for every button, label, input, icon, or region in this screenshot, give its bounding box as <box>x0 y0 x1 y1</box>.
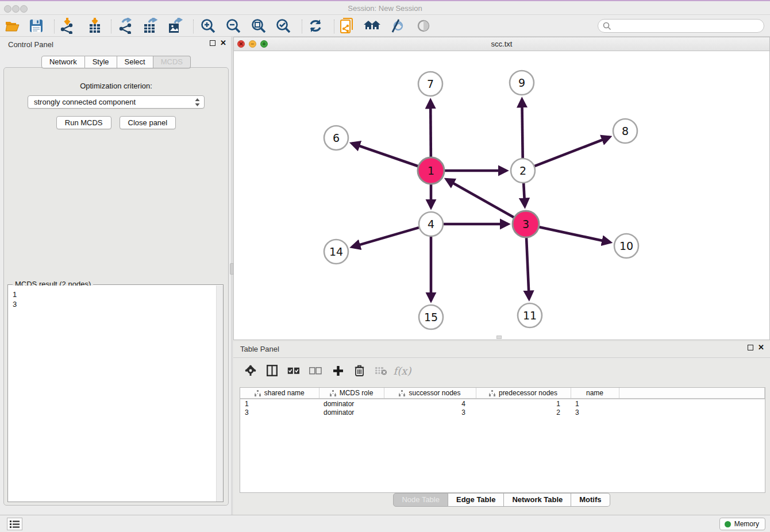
table-toolbar: f(x) <box>233 357 770 383</box>
close-panel-button[interactable]: Close panel <box>120 116 176 129</box>
node-table[interactable]: shared nameMCDS rolesuccessor nodesprede… <box>240 387 765 493</box>
import-table-icon[interactable] <box>85 17 105 35</box>
toolbar-separator <box>111 20 111 33</box>
network-window-title: scc.txt <box>234 40 769 48</box>
export-network-icon[interactable] <box>116 17 135 35</box>
toolbar-separator <box>334 20 334 33</box>
delete-table-icon[interactable] <box>372 362 390 379</box>
export-table-icon[interactable] <box>141 17 160 35</box>
panel-splitter[interactable] <box>231 37 233 515</box>
graph-edge-2-9[interactable] <box>522 99 522 159</box>
graph-edge-1-6[interactable] <box>352 143 418 166</box>
tab-style[interactable]: Style <box>85 56 117 68</box>
graph-edge-3-10[interactable] <box>538 227 610 242</box>
table-panel: Table Panel ✕ f(x) <box>233 341 770 515</box>
network-window-titlebar[interactable]: ✕ − + scc.txt <box>234 37 769 51</box>
toolbar-separator <box>302 20 302 33</box>
criterion-value: strongly connected component <box>34 98 136 106</box>
memory-button[interactable]: Memory <box>719 518 765 530</box>
control-panel-tabs: NetworkStyleSelectMCDS <box>0 56 232 68</box>
hide-glasses-icon[interactable] <box>387 17 407 35</box>
main-toolbar <box>0 15 770 37</box>
table-tab-motifs[interactable]: Motifs <box>571 493 610 507</box>
network-canvas[interactable]: 7968124314101511 <box>234 51 769 340</box>
open-session-icon[interactable] <box>3 17 22 35</box>
chevron-updown-icon <box>194 98 201 107</box>
zoom-selected-icon[interactable] <box>274 17 293 35</box>
node-table-body: 1dominator4113dominator323 <box>240 399 765 417</box>
memory-label: Memory <box>734 520 759 528</box>
column-header-shared-name[interactable]: shared name <box>240 388 319 399</box>
search-input[interactable] <box>598 19 764 33</box>
column-header-predecessor-nodes[interactable]: predecessor nodes <box>476 388 571 399</box>
table-row[interactable]: 3dominator323 <box>240 408 765 417</box>
run-mcds-button[interactable]: Run MCDS <box>56 116 111 129</box>
control-panel: Control Panel ✕ NetworkStyleSelectMCDS O… <box>0 37 232 515</box>
optimization-criterion-label: Optimization criterion: <box>4 82 228 90</box>
tab-network[interactable]: Network <box>41 56 85 68</box>
zoom-fit-icon[interactable] <box>249 17 268 35</box>
toolbar-separator <box>193 20 194 33</box>
toolbar-separator <box>54 20 55 33</box>
save-session-icon[interactable] <box>26 17 46 35</box>
table-mode-icon[interactable] <box>263 362 281 379</box>
refresh-layout-icon[interactable] <box>306 17 325 35</box>
graph-node-label-3: 3 <box>522 218 529 230</box>
add-column-icon[interactable] <box>329 362 347 379</box>
mcds-panel: Optimization criterion: strongly connect… <box>3 67 229 506</box>
column-header-successor-nodes[interactable]: successor nodes <box>384 388 476 399</box>
graph-edge-1-7[interactable] <box>430 101 431 157</box>
criterion-dropdown[interactable]: strongly connected component <box>28 95 205 109</box>
graph-edge-3-1[interactable] <box>446 179 514 217</box>
memory-status-icon <box>725 521 731 527</box>
graph-edge-2-8[interactable] <box>534 137 610 166</box>
zoom-out-icon[interactable] <box>224 17 243 35</box>
close-table-panel-icon[interactable]: ✕ <box>758 345 764 350</box>
float-table-panel-icon[interactable] <box>748 345 753 350</box>
show-eye-icon[interactable] <box>414 17 433 35</box>
table-tab-edge-table[interactable]: Edge Table <box>448 493 504 507</box>
tab-select[interactable]: Select <box>117 56 153 68</box>
unselect-all-columns-icon[interactable] <box>306 362 325 379</box>
graph-node-label-8: 8 <box>622 125 629 137</box>
home-view-icon[interactable] <box>363 17 382 35</box>
table-tab-network-table[interactable]: Network Table <box>504 493 571 507</box>
table-panel-title: Table Panel <box>240 345 279 353</box>
status-bar: Memory <box>0 515 770 532</box>
select-all-columns-icon[interactable] <box>284 362 303 379</box>
table-row[interactable]: 1dominator411 <box>240 399 765 408</box>
graph-node-label-2: 2 <box>519 164 526 177</box>
tab-mcds[interactable]: MCDS <box>153 56 191 68</box>
export-image-icon[interactable] <box>165 17 185 35</box>
column-header-filler <box>619 388 765 399</box>
list-icon <box>10 521 20 528</box>
network-from-file-icon[interactable] <box>337 17 357 35</box>
result-scrollbar[interactable] <box>216 286 223 502</box>
column-header-mcds-role[interactable]: MCDS role <box>319 388 384 399</box>
import-network-icon[interactable] <box>57 17 77 35</box>
graph-node-label-1: 1 <box>428 164 434 177</box>
graph-edge-2-3[interactable] <box>523 183 525 206</box>
float-panel-icon[interactable] <box>210 40 215 46</box>
graph-node-label-6: 6 <box>333 132 340 144</box>
graph-node-label-14: 14 <box>329 245 343 258</box>
zoom-in-icon[interactable] <box>198 17 218 35</box>
app-titlebar: Session: New Session <box>0 0 770 15</box>
mcds-result-box: MCDS result (2 nodes) 1 3 <box>7 284 224 502</box>
table-tab-node-table[interactable]: Node Table <box>393 493 448 507</box>
column-header-name[interactable]: name <box>571 388 619 399</box>
graph-node-label-11: 11 <box>523 309 537 322</box>
graph-node-label-15: 15 <box>424 311 438 323</box>
close-panel-icon[interactable]: ✕ <box>220 40 226 46</box>
function-builder-icon[interactable]: f(x) <box>393 362 411 379</box>
canvas-resize-handle[interactable] <box>496 336 502 339</box>
network-graph[interactable]: 7968124314101511 <box>234 51 769 340</box>
node-table-header-row: shared nameMCDS rolesuccessor nodesprede… <box>240 388 765 399</box>
delete-column-icon[interactable] <box>350 362 368 379</box>
table-tabs: Node TableEdge TableNetwork TableMotifs <box>233 493 770 507</box>
task-history-button[interactable] <box>7 518 22 530</box>
graph-edge-3-11[interactable] <box>526 237 529 299</box>
column-settings-icon[interactable] <box>241 362 260 379</box>
graph-edge-4-14[interactable] <box>352 228 419 247</box>
mcds-result-text[interactable]: 1 3 <box>8 286 216 502</box>
